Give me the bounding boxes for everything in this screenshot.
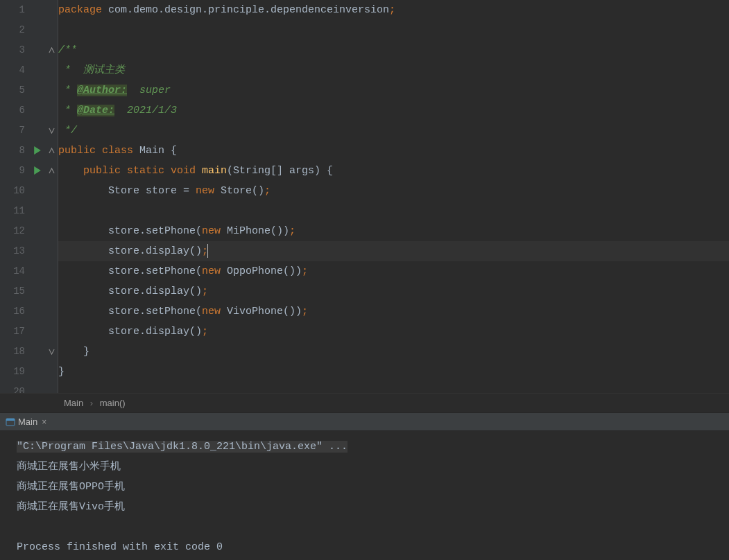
- run-tab-label[interactable]: Main: [18, 417, 42, 427]
- line-number: 20: [0, 382, 25, 393]
- close-tab-icon[interactable]: ×: [42, 417, 53, 427]
- line-number: 11: [0, 201, 25, 221]
- run-class-icon[interactable]: [33, 145, 42, 157]
- code-line: [58, 201, 729, 221]
- line-number: 10: [0, 181, 25, 201]
- console-command: "C:\Program Files\Java\jdk1.8.0_221\bin\…: [17, 437, 729, 457]
- code-line: }: [58, 342, 729, 362]
- line-number: 9: [0, 161, 25, 181]
- line-number: 18: [0, 342, 25, 362]
- code-line: }: [58, 362, 729, 382]
- code-line: * @Date: 2021/1/3: [58, 100, 729, 121]
- code-editor[interactable]: 1 2 3 4 5 6 7 8 9 10 11 12 13 14 15 16 1…: [0, 0, 729, 393]
- line-number: 6: [0, 100, 25, 121]
- console-output: [17, 517, 729, 537]
- code-line: store.setPhone(new VivoPhone());: [58, 301, 729, 322]
- line-number: 5: [0, 80, 25, 100]
- breadcrumb-class[interactable]: Main: [64, 398, 83, 408]
- fold-toggle-icon[interactable]: [46, 121, 58, 141]
- line-number: 2: [0, 20, 25, 40]
- breadcrumbs-bar[interactable]: Main › main(): [0, 393, 729, 412]
- code-line: store.setPhone(new MiPhone());: [58, 221, 729, 241]
- line-number: 12: [0, 221, 25, 241]
- fold-toggle-icon[interactable]: [46, 40, 58, 60]
- line-number: 16: [0, 301, 25, 322]
- code-line: public class Main {: [58, 141, 729, 161]
- fold-toggle-icon[interactable]: [46, 161, 58, 181]
- line-number: 7: [0, 121, 25, 141]
- console-exit: Process finished with exit code 0: [17, 537, 729, 557]
- line-number: 4: [0, 60, 25, 80]
- code-line: public static void main(String[] args) {: [58, 161, 729, 181]
- fold-gutter: [46, 0, 58, 393]
- code-line: * @Author: super: [58, 80, 729, 100]
- code-text-area[interactable]: package com.demo.design.principle.depend…: [58, 0, 729, 393]
- code-line-current: store.display();: [58, 241, 729, 261]
- line-number: 1: [0, 0, 25, 20]
- line-number: 17: [0, 322, 25, 342]
- code-line: */: [58, 121, 729, 141]
- breadcrumb-method[interactable]: main(): [100, 398, 126, 408]
- code-line: Store store = new Store();: [58, 181, 729, 201]
- caret: [207, 244, 208, 258]
- fold-toggle-icon[interactable]: [46, 141, 58, 161]
- run-gutter: [29, 0, 46, 393]
- fold-toggle-icon[interactable]: [46, 342, 58, 362]
- line-number: 3: [0, 40, 25, 60]
- console-output: 商城正在展售小米手机: [17, 457, 729, 477]
- code-line: package com.demo.design.principle.depend…: [58, 0, 729, 20]
- line-number: 14: [0, 261, 25, 281]
- code-line: [58, 20, 729, 40]
- run-method-icon[interactable]: [33, 165, 42, 177]
- console-output: 商城正在展售Vivo手机: [17, 497, 729, 517]
- run-config-icon: [0, 417, 18, 427]
- console-output: 商城正在展售OPPO手机: [17, 477, 729, 497]
- line-number-gutter: 1 2 3 4 5 6 7 8 9 10 11 12 13 14 15 16 1…: [0, 0, 29, 393]
- breadcrumb-separator-icon: ›: [90, 398, 93, 408]
- line-number: 13: [0, 241, 25, 261]
- code-line: store.setPhone(new OppoPhone());: [58, 261, 729, 281]
- code-line: * 测试主类: [58, 60, 729, 80]
- run-tab-bar: Main ×: [0, 412, 729, 431]
- line-number: 15: [0, 281, 25, 301]
- svg-rect-1: [6, 419, 15, 421]
- code-line: /**: [58, 40, 729, 60]
- line-number: 8: [0, 141, 25, 161]
- run-console[interactable]: "C:\Program Files\Java\jdk1.8.0_221\bin\…: [0, 431, 729, 560]
- code-line: store.display();: [58, 322, 729, 342]
- code-line: [58, 382, 729, 393]
- line-number: 19: [0, 362, 25, 382]
- code-line: store.display();: [58, 281, 729, 301]
